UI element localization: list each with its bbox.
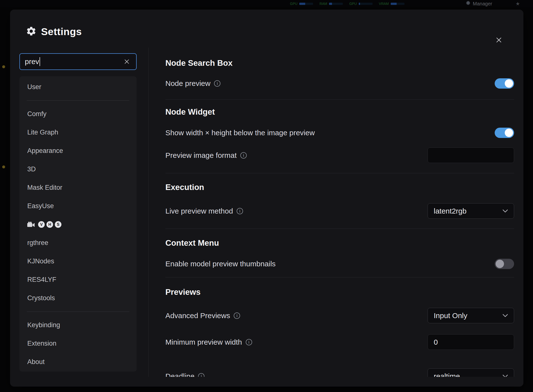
minimum-preview-width-input[interactable] [428, 334, 514, 350]
settings-dialog: Settings prev User Comfy Lite Graph Appe… [10, 10, 523, 387]
gear-icon [26, 26, 37, 38]
vhs-letter: H [46, 221, 53, 228]
info-icon[interactable] [198, 373, 204, 377]
sidebar-item-extension[interactable]: Extension [19, 334, 137, 353]
setting-label: Enable model preview thumbnails [165, 259, 276, 269]
chevron-down-icon [503, 375, 508, 377]
setting-row-model-preview-thumbnails: Enable model preview thumbnails [165, 258, 514, 269]
sidebar-item-crystools[interactable]: Crystools [19, 289, 137, 307]
sidebar-item-about[interactable]: About [19, 353, 137, 371]
sidebar-item-keybinding[interactable]: Keybinding [19, 316, 137, 334]
sidebar-item-rgthree[interactable]: rgthree [19, 234, 137, 252]
model-preview-thumbnails-toggle[interactable] [495, 259, 514, 269]
deadline-select[interactable]: realtime [428, 368, 514, 377]
clear-search-icon[interactable] [122, 57, 131, 66]
sidebar-item-kjnodes[interactable]: KJNodes [19, 252, 137, 270]
preview-image-format-input[interactable] [428, 148, 514, 163]
info-icon[interactable] [240, 152, 247, 159]
toggle-knob [505, 129, 513, 137]
text-caret [40, 57, 40, 66]
sidebar-item-user[interactable]: User [19, 78, 137, 96]
info-icon[interactable] [214, 80, 220, 87]
setting-label: Show width × height below the image prev… [165, 128, 315, 138]
video-camera-icon [27, 222, 35, 228]
toggle-knob [496, 260, 504, 268]
sidebar-item-comfy[interactable]: Comfy [19, 105, 137, 123]
show-width-height-toggle[interactable] [495, 128, 514, 138]
info-icon[interactable] [246, 339, 252, 345]
dialog-titlebar: Settings [26, 25, 82, 38]
info-icon[interactable] [237, 208, 243, 214]
sidebar-item-vhs[interactable]: V H S [19, 215, 137, 234]
settings-category-sidebar: User Comfy Lite Graph Appearance 3D Mask… [19, 76, 137, 372]
search-text: prev [25, 57, 39, 66]
setting-label: Live preview method [165, 206, 233, 216]
section-heading-node-widget: Node Widget [165, 107, 514, 117]
sidebar-item-easyuse[interactable]: EasyUse [19, 197, 137, 215]
setting-row-minimum-preview-width: Minimum preview width [165, 334, 514, 350]
live-preview-method-select[interactable]: latent2rgb [428, 203, 514, 219]
sidebar-divider [27, 100, 129, 101]
section-heading-execution: Execution [165, 182, 514, 192]
setting-row-node-preview: Node preview [165, 78, 514, 89]
section-divider [165, 277, 514, 277]
setting-label: Minimum preview width [165, 337, 242, 347]
chevron-down-icon [503, 209, 508, 213]
setting-row-show-width-height: Show width × height below the image prev… [165, 127, 514, 138]
setting-label: Deadline [165, 371, 194, 377]
setting-label: Preview image format [165, 150, 237, 160]
advanced-previews-select[interactable]: Input Only [428, 308, 514, 323]
setting-row-advanced-previews: Advanced Previews Input Only [165, 308, 514, 323]
dialog-title: Settings [41, 26, 82, 38]
setting-row-live-preview-method: Live preview method latent2rgb [165, 203, 514, 219]
section-divider [165, 99, 514, 100]
setting-label: Node preview [165, 79, 210, 88]
setting-row-preview-image-format: Preview image format [165, 148, 514, 163]
toggle-knob [505, 79, 513, 88]
section-divider [165, 229, 514, 229]
settings-content: Node Search Box Node preview Node Widget… [165, 39, 514, 377]
sidebar-item-lite-graph[interactable]: Lite Graph [19, 123, 137, 142]
info-icon[interactable] [234, 312, 240, 319]
section-divider [165, 173, 514, 173]
chevron-down-icon [503, 314, 508, 317]
section-heading-context-menu: Context Menu [165, 238, 514, 248]
sidebar-item-appearance[interactable]: Appearance [19, 142, 137, 160]
vhs-letter: V [38, 221, 45, 228]
settings-search-input[interactable]: prev [19, 53, 137, 70]
section-heading-previews: Previews [165, 287, 514, 297]
node-preview-toggle[interactable] [495, 78, 514, 89]
setting-row-deadline: Deadline realtime [165, 368, 514, 377]
sidebar-item-mask-editor[interactable]: Mask Editor [19, 178, 137, 197]
content-separator [148, 48, 149, 377]
section-heading-node-search-box: Node Search Box [165, 58, 514, 68]
sidebar-item-3d[interactable]: 3D [19, 160, 137, 178]
vhs-letter: S [55, 221, 61, 228]
sidebar-item-res4lyf[interactable]: RES4LYF [19, 270, 137, 289]
sidebar-divider [27, 311, 129, 312]
setting-label: Advanced Previews [165, 311, 230, 321]
